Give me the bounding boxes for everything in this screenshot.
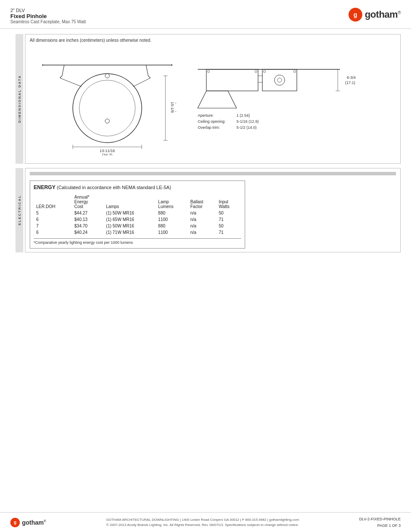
svg-line-4: [60, 76, 62, 78]
cell-cost: $40.24: [72, 229, 104, 236]
svg-text:Ceiling opening:: Ceiling opening:: [198, 119, 226, 124]
svg-point-27: [274, 75, 285, 85]
svg-text:(34.7): (34.7): [102, 153, 112, 156]
svg-point-33: [264, 71, 266, 73]
svg-point-31: [208, 71, 210, 73]
col-annual-energy: Annual*EnergyCost: [72, 194, 104, 210]
col-lamps: Lamps: [103, 194, 156, 210]
header-product-info: 2" DLV Fixed Pinhole Seamless Cast Facep…: [10, 8, 86, 24]
cell-ler-doh: 6: [34, 216, 72, 223]
energy-table-body: 5 $44.27 (1) 50W MR16 880 n/a 50 6 $40.1…: [34, 210, 241, 236]
main-content: Dimensional Data All dimensions are inch…: [0, 29, 411, 262]
logo-icon: g: [349, 8, 362, 22]
table-row: 5 $44.27 (1) 50W MR16 880 n/a 50: [34, 210, 241, 216]
svg-point-10: [105, 119, 109, 123]
svg-point-34: [294, 71, 296, 73]
dimensional-side-label: Dimensional Data: [16, 34, 23, 164]
footer-page: PAGE 1 OF 3: [359, 523, 401, 529]
right-diagram-svg: 6-3/4 (17.1) Aperture: 1 (2.54) Ceiling …: [193, 52, 357, 138]
footer-center-info: GOTHAM ARCHITECTURAL DOWNLIGHTING | 1400…: [106, 517, 299, 528]
cell-ballast: n/a: [188, 229, 216, 236]
svg-text:5-1/16 (12.9): 5-1/16 (12.9): [237, 119, 259, 124]
svg-line-5: [146, 65, 148, 76]
page-header: 2" DLV Fixed Pinhole Seamless Cast Facep…: [0, 0, 411, 29]
svg-text:1 (2.54): 1 (2.54): [237, 113, 250, 118]
energy-table-container: ENERGY (Calculated in accordance eith NE…: [30, 180, 245, 249]
svg-text:(17.1): (17.1): [345, 81, 355, 85]
svg-point-9: [105, 74, 109, 78]
page-footer: g gotham® GOTHAM ARCHITECTURAL DOWNLIGHT…: [0, 512, 411, 532]
svg-line-3: [62, 65, 64, 76]
electrical-header-bar: [30, 172, 396, 175]
cell-watts: 71: [216, 216, 241, 223]
cell-watts: 50: [216, 223, 241, 229]
svg-text:15-1/8: 15-1/8: [170, 102, 174, 113]
svg-text:5-1/2 (14.0): 5-1/2 (14.0): [237, 125, 257, 130]
cell-ballast: n/a: [188, 210, 216, 216]
cell-ballast: n/a: [188, 223, 216, 229]
svg-rect-24: [206, 69, 258, 91]
left-diagram-svg: 15-1/8 (38.5) 13-11/16 (34.7): [38, 52, 176, 156]
cell-ler-doh: 7: [34, 223, 72, 229]
electrical-side-label: Electrical: [16, 168, 23, 252]
svg-text:13-11/16: 13-11/16: [100, 149, 115, 153]
cell-lumens: 1100: [156, 229, 188, 236]
dimensional-section-wrapper: Dimensional Data All dimensions are inch…: [16, 34, 401, 164]
dimensional-diagrams: 15-1/8 (38.5) 13-11/16 (34.7): [30, 48, 396, 160]
col-lamp-lumens: LampLumens: [156, 194, 188, 210]
svg-point-32: [255, 71, 257, 73]
cell-lumens: 880: [156, 223, 188, 229]
dimensional-content: All dimensions are inches (centimeters) …: [25, 34, 401, 164]
svg-marker-25: [198, 91, 237, 108]
cell-lamps: (1) 71W MR16: [103, 229, 156, 236]
cell-ballast: n/a: [188, 216, 216, 223]
cell-lamps: (1) 50W MR16: [103, 223, 156, 229]
energy-table-header: LER.DOH Annual*EnergyCost Lamps LampLume…: [34, 194, 241, 210]
gotham-logo: g gotham®: [349, 8, 401, 22]
table-row: 6 $40.24 (1) 71W MR16 1100 n/a 71: [34, 229, 241, 236]
cell-lumens: 1100: [156, 216, 188, 223]
product-sub: Seamless Cast Faceplate, Max 75 Watt: [10, 19, 86, 24]
cell-lumens: 880: [156, 210, 188, 216]
product-line: 2" DLV: [10, 8, 86, 13]
footer-right-info: DLV-2-FIXED-PINHOLE PAGE 1 OF 3: [359, 516, 401, 529]
svg-point-7: [73, 74, 142, 143]
dimensional-note: All dimensions are inches (centimeters) …: [30, 38, 396, 43]
table-row: 6 $40.13 (1) 65W MR16 1100 n/a 71: [34, 216, 241, 223]
cell-cost: $34.70: [72, 223, 104, 229]
energy-title: ENERGY (Calculated in accordance eith NE…: [34, 184, 241, 190]
cell-lamps: (1) 65W MR16: [103, 216, 156, 223]
cell-ler-doh: 6: [34, 229, 72, 236]
cell-lamps: (1) 50W MR16: [103, 210, 156, 216]
footer-doc-number: DLV-2-FIXED-PINHOLE: [359, 516, 401, 522]
right-fixture-diagram: 6-3/4 (17.1) Aperture: 1 (2.54) Ceiling …: [193, 52, 357, 138]
energy-table: LER.DOH Annual*EnergyCost Lamps LampLume…: [34, 194, 241, 236]
footer-company: GOTHAM ARCHITECTURAL DOWNLIGHTING | 1400…: [106, 517, 299, 523]
cell-watts: 50: [216, 210, 241, 216]
svg-line-6: [148, 76, 150, 78]
cell-ler-doh: 5: [34, 210, 72, 216]
svg-rect-26: [262, 69, 297, 91]
footer-logo: g gotham®: [10, 518, 46, 527]
svg-point-8: [79, 80, 135, 136]
svg-text:Aperture:: Aperture:: [198, 113, 214, 118]
cell-cost: $40.13: [72, 216, 104, 223]
svg-text:6-3/4: 6-3/4: [347, 75, 356, 80]
left-fixture-diagram: 15-1/8 (38.5) 13-11/16 (34.7): [38, 52, 176, 156]
logo-text: gotham®: [365, 9, 401, 20]
col-ler-doh: LER.DOH: [34, 194, 72, 210]
footer-logo-icon: g: [10, 518, 20, 527]
product-name: Fixed Pinhole: [10, 13, 86, 19]
col-input-watts: InputWatts: [216, 194, 241, 210]
svg-point-28: [277, 78, 282, 82]
col-ballast-factor: BallastFactor: [188, 194, 216, 210]
table-row: 7 $34.70 (1) 50W MR16 880 n/a 50: [34, 223, 241, 229]
svg-line-12: [133, 78, 150, 87]
footer-copyright: © 2007-2013 Acuity Brands Lighting, Inc.…: [106, 523, 299, 528]
electrical-section-wrapper: Electrical ENERGY (Calculated in accorda…: [16, 168, 401, 252]
cell-cost: $44.27: [72, 210, 104, 216]
cell-watts: 71: [216, 229, 241, 236]
energy-footnote: *Comparative yearly lighting energy cost…: [34, 238, 241, 245]
footer-logo-text: gotham®: [22, 519, 46, 526]
svg-line-11: [60, 78, 81, 87]
